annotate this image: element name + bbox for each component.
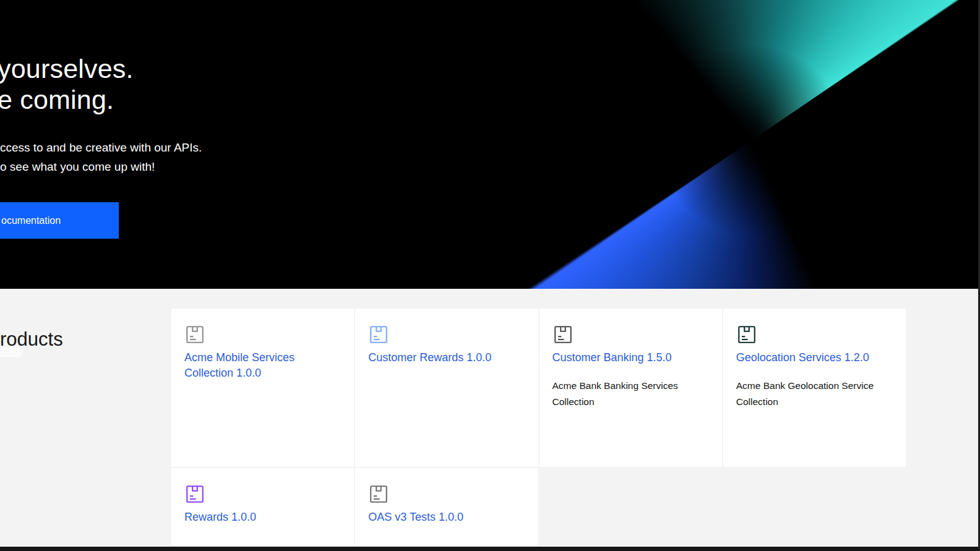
product-title-link[interactable]: Geolocation Services 1.2.0 [736,350,869,365]
product-card[interactable]: Acme Mobile Services Collection 1.0.0 [171,309,354,467]
package-icon [368,324,389,345]
product-card[interactable]: OAS v3 Tests 1.0.0 [355,468,538,546]
product-title-link[interactable]: Customer Banking 1.5.0 [552,350,672,365]
empty-grid-cell [539,468,722,546]
product-title-link[interactable]: OAS v3 Tests 1.0.0 [368,510,463,525]
screen-bottom-bar [0,547,980,551]
hero-subtext-line-2: o see what you come up with! [0,157,202,176]
product-card[interactable]: Customer Rewards 1.0.0 [355,309,538,467]
product-description: Acme Bank Geolocation Service Collection [736,378,886,410]
product-card[interactable]: Customer Banking 1.5.0 Acme Bank Banking… [539,309,722,467]
hero-banner: yourselves. e coming. ccess to and be cr… [0,0,980,289]
documentation-button[interactable]: ocumentation [0,202,119,239]
product-title-link[interactable]: Customer Rewards 1.0.0 [368,350,491,365]
hero-heading-line-1: yourselves. [0,53,134,84]
package-icon [552,324,574,345]
product-title-link[interactable]: Rewards 1.0.0 [184,510,256,525]
product-description: Acme Bank Banking Services Collection [552,378,702,410]
product-card[interactable]: Rewards 1.0.0 [171,468,354,546]
package-icon [368,484,389,505]
package-icon [736,324,757,345]
product-title-link[interactable]: Acme Mobile Services Collection 1.0.0 [184,350,340,381]
portal-page: yourselves. e coming. ccess to and be cr… [0,0,980,551]
hero-heading-line-2: e coming. [0,84,134,115]
package-icon [184,484,205,505]
product-card-grid: Acme Mobile Services Collection 1.0.0 Cu… [171,309,906,547]
product-card[interactable]: Geolocation Services 1.2.0 Acme Bank Geo… [723,309,906,467]
partial-white-pill [0,348,22,357]
hero-heading: yourselves. e coming. [0,53,134,115]
package-icon [184,324,205,345]
hero-subtext: ccess to and be creative with our APIs. … [0,138,202,176]
empty-grid-cell [723,468,906,546]
hero-subtext-line-1: ccess to and be creative with our APIs. [0,138,202,157]
